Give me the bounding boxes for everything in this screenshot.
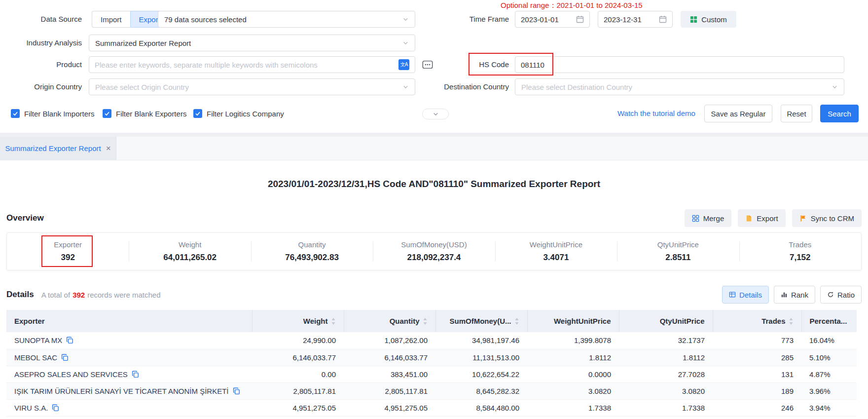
merge-button[interactable]: Merge [685, 209, 732, 227]
tutorial-link[interactable]: Watch the tutorial demo [617, 105, 695, 122]
hs-code-field[interactable] [515, 56, 844, 73]
checkbox-label: Filter Logitics Company [207, 110, 284, 118]
copy-icon[interactable] [132, 371, 139, 378]
details-summary: A total of 392 records were matched [41, 291, 161, 299]
import-toggle-button[interactable]: Import [92, 11, 130, 28]
stat-label: WeightUnitPrice [530, 240, 582, 249]
cell-weight: 2,805,117.81 [252, 382, 344, 399]
summary-suffix: records were matched [87, 291, 160, 299]
translate-icon[interactable]: 文A [398, 59, 409, 70]
filter-blank-exporters-checkbox[interactable]: Filter Blank Exporters [103, 109, 186, 118]
tab-summarized-exporter-report[interactable]: Summarized Exporter Report × [0, 137, 116, 160]
exporter-name-link[interactable]: VIRU S.A. [14, 404, 48, 412]
view-rank-button[interactable]: Rank [774, 286, 815, 304]
cell-weight-unit-price: 1.7338 [527, 399, 619, 416]
cell-quantity: 4,951,275.05 [344, 399, 435, 416]
copy-icon[interactable] [66, 337, 73, 344]
hs-code-input[interactable] [521, 61, 838, 69]
date-start-field[interactable] [515, 11, 590, 28]
exporter-name-link[interactable]: SUNOPTA MX [14, 336, 62, 344]
tab-label: Summarized Exporter Report [5, 144, 101, 152]
cell-weight: 6,146,033.77 [252, 349, 344, 366]
header-sum-of-money[interactable]: SumOfMoney(U... [435, 310, 527, 332]
header-exporter: Exporter [6, 310, 252, 332]
save-as-regular-button[interactable]: Save as Regular [704, 105, 772, 122]
exporter-name-link[interactable]: ASEPRO SALES AND SERVICES [14, 370, 128, 379]
stat-label: Quantity [298, 240, 326, 249]
cell-weight-unit-price: 3.0820 [527, 382, 619, 399]
sync-to-crm-button[interactable]: Sync to CRM [792, 209, 862, 227]
data-source-select[interactable]: 79 data sources selected [158, 11, 415, 28]
filter-logistics-company-checkbox[interactable]: Filter Logitics Company [193, 109, 284, 118]
filter-blank-importers-checkbox[interactable]: Filter Blank Importers [11, 109, 95, 118]
custom-label: Custom [701, 15, 727, 24]
header-trades[interactable]: Trades [713, 310, 801, 332]
table-row: IŞIK TARIM ÜRÜNLERİ SANAYİ VE TİCARET AN… [6, 382, 857, 399]
destination-country-select[interactable]: Please select Destination Country [515, 78, 844, 95]
exporter-name-link[interactable]: MEBOL SAC [14, 353, 57, 362]
header-weight[interactable]: Weight [252, 310, 344, 332]
stat-sum-of-money: SumOfMoney(USD) 218,092,237.4 [373, 233, 495, 270]
report-title: 2023/01/01-2023/12/31,HS Code AND"081110… [0, 179, 868, 190]
header-label: Percenta... [810, 317, 847, 325]
view-rank-label: Rank [791, 291, 808, 299]
cell-exporter: VIRU S.A. [6, 399, 252, 416]
cell-qty-unit-price: 3.0820 [619, 382, 713, 399]
calendar-icon [659, 15, 667, 23]
checkbox-checked-icon [193, 109, 202, 118]
search-button[interactable]: Search [820, 105, 859, 122]
product-assistant-icon[interactable] [421, 58, 434, 71]
view-details-button[interactable]: Details [722, 286, 769, 304]
tab-close-icon[interactable]: × [106, 144, 111, 152]
overview-actions: Merge Export Sync to CRM [685, 209, 862, 227]
stat-qty-unit-price: QtyUnitPrice 2.8511 [617, 233, 739, 270]
date-start-input[interactable] [521, 15, 572, 24]
stat-label: Weight [179, 240, 201, 249]
flag-icon [799, 215, 807, 222]
copy-icon[interactable] [233, 387, 240, 395]
industry-analysis-select[interactable]: Summarized Exporter Report [89, 35, 415, 51]
stat-value: 76,493,902.83 [285, 253, 339, 263]
ratio-refresh-icon [827, 291, 834, 298]
cell-qty-unit-price: 1.7338 [619, 399, 713, 416]
custom-range-button[interactable]: Custom [681, 11, 736, 28]
industry-analysis-label: Industry Analysis [0, 35, 82, 51]
cell-percentage: 16.04% [801, 332, 857, 349]
stat-exporter: Exporter 392 [7, 233, 129, 270]
product-keywords-field[interactable]: 文A [89, 56, 415, 73]
collapse-filters-button[interactable] [422, 109, 449, 119]
copy-icon[interactable] [52, 404, 59, 412]
header-quantity[interactable]: Quantity [344, 310, 435, 332]
cell-qty-unit-price: 1.8112 [619, 349, 713, 366]
export-file-icon [745, 215, 753, 222]
view-ratio-button[interactable]: Ratio [820, 286, 862, 304]
cell-weight: 4,951,275.05 [252, 399, 344, 416]
stat-value: 392 [61, 253, 75, 263]
date-end-field[interactable] [598, 11, 673, 28]
copy-icon[interactable] [61, 354, 69, 361]
table-row: VIRU S.A. 4,951,275.05 4,951,275.05 8,58… [6, 399, 857, 416]
cell-quantity: 2,805,117.81 [344, 382, 435, 399]
merge-grid-icon [692, 215, 699, 222]
origin-country-select[interactable]: Please select Origin Country [89, 78, 415, 95]
cell-weight-unit-price: 1,399.8078 [527, 332, 619, 349]
export-button[interactable]: Export [738, 209, 785, 227]
export-label: Export [757, 214, 778, 223]
details-view-switch: Details Rank Ratio [722, 286, 862, 304]
section-divider [0, 133, 868, 137]
stat-quantity: Quantity 76,493,902.83 [251, 233, 373, 270]
cell-exporter: MEBOL SAC [6, 349, 252, 366]
chevron-down-icon [832, 84, 838, 90]
exporter-name-link[interactable]: IŞIK TARIM ÜRÜNLERİ SANAYİ VE TİCARET AN… [14, 387, 229, 395]
cell-quantity: 1,087,262.00 [344, 332, 435, 349]
date-end-input[interactable] [604, 15, 655, 24]
cell-trades: 246 [713, 399, 801, 416]
reset-button[interactable]: Reset [781, 105, 812, 122]
sort-icon [514, 317, 519, 325]
chevron-down-icon [402, 40, 409, 46]
checkbox-label: Filter Blank Exporters [116, 110, 186, 118]
cell-sum-of-money: 34,981,197.46 [435, 332, 527, 349]
table-icon [729, 291, 736, 298]
product-keywords-input[interactable] [95, 61, 395, 69]
rank-bars-icon [781, 291, 788, 298]
